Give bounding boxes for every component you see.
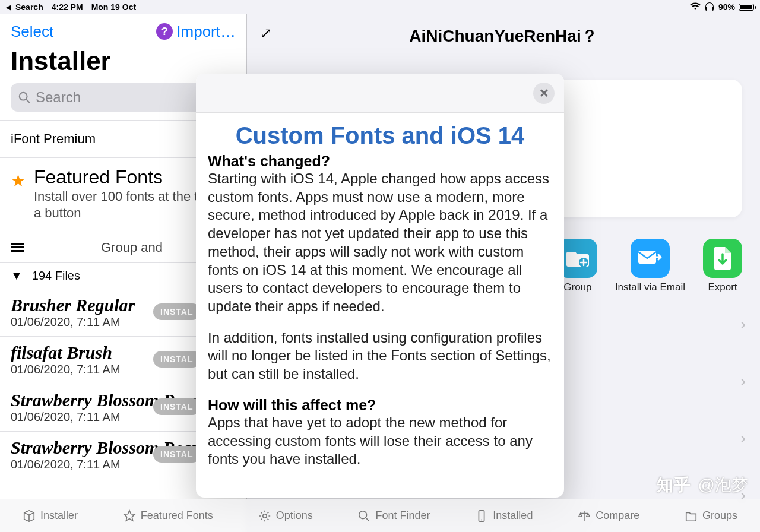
folder-icon (685, 509, 698, 522)
tab-label: Font Finder (375, 509, 430, 522)
tab-groups[interactable]: Groups (685, 509, 737, 522)
tab-label: Installer (40, 509, 78, 522)
tab-font-finder[interactable]: Font Finder (357, 509, 430, 522)
scale-icon (578, 509, 591, 522)
watermark-author: @泡梦 (698, 474, 748, 496)
tab-label: Compare (596, 509, 639, 522)
close-button[interactable]: ✕ (533, 83, 555, 104)
svg-point-6 (359, 511, 367, 518)
gear-icon (258, 509, 271, 522)
star-icon (123, 509, 136, 522)
svg-point-9 (481, 519, 482, 520)
tab-label: Featured Fonts (141, 509, 213, 522)
tab-installed[interactable]: Installed (475, 509, 533, 522)
tab-options[interactable]: Options (258, 509, 313, 522)
tab-label: Options (276, 509, 313, 522)
phone-icon (475, 509, 488, 522)
modal-title: Custom Fonts and iOS 14 (208, 122, 552, 149)
svg-point-5 (262, 514, 266, 517)
modal-heading: How will this affect me? (208, 397, 552, 414)
modal-paragraph: Starting with iOS 14, Apple changed how … (208, 170, 552, 316)
box-icon (23, 509, 36, 522)
svg-line-7 (366, 518, 369, 521)
watermark-site: 知乎 (657, 474, 691, 496)
watermark: 知乎 @泡梦 (657, 474, 748, 496)
tab-bar: Installer Featured Fonts Options Font Fi… (0, 499, 760, 532)
info-modal: ✕ Custom Fonts and iOS 14 What's changed… (196, 74, 564, 498)
modal-paragraph: In addition, fonts installed using confi… (208, 329, 552, 384)
tab-featured[interactable]: Featured Fonts (123, 509, 213, 522)
tab-compare[interactable]: Compare (578, 509, 639, 522)
tab-label: Groups (702, 509, 737, 522)
modal-paragraph: Apps that have yet to adopt the new meth… (208, 414, 552, 468)
close-icon: ✕ (539, 86, 549, 100)
tab-installer[interactable]: Installer (23, 509, 78, 522)
magnify-icon (357, 509, 370, 522)
modal-heading: What's changed? (208, 153, 552, 170)
tab-label: Installed (493, 509, 533, 522)
